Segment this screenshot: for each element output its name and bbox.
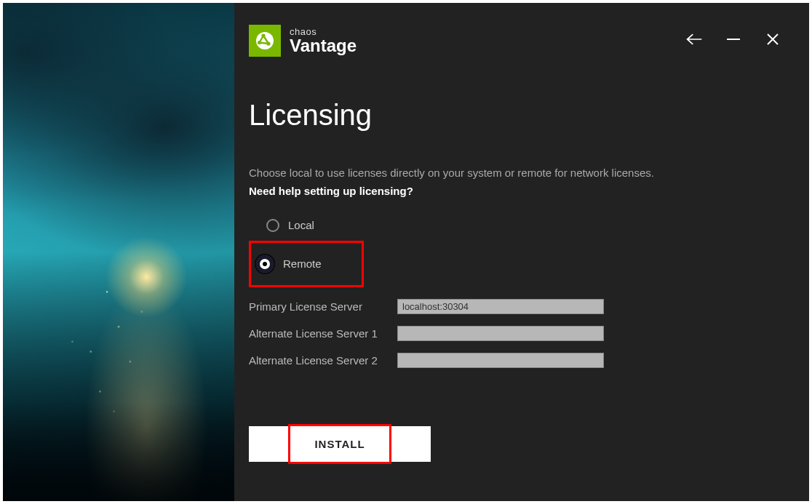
license-mode-group: Local Remote	[249, 215, 781, 287]
close-button[interactable]	[764, 31, 781, 48]
radio-remote-label: Remote	[283, 257, 322, 270]
alt1-server-row: Alternate License Server 1	[249, 326, 781, 341]
alt2-server-row: Alternate License Server 2	[249, 353, 781, 368]
window-controls	[685, 31, 781, 48]
content-panel: chaos Vantage Licensing Choose local to …	[234, 3, 809, 501]
server-fields: Primary License Server Alternate License…	[249, 299, 781, 368]
minimize-button[interactable]	[725, 31, 742, 48]
primary-server-input[interactable]	[397, 299, 604, 314]
instruction-text: Choose local to use licenses directly on…	[249, 165, 781, 182]
alt1-server-label: Alternate License Server 1	[249, 327, 387, 340]
primary-server-label: Primary License Server	[249, 300, 387, 313]
brand-name-bottom: Vantage	[290, 37, 357, 55]
install-button-wrap: INSTALL	[249, 426, 431, 462]
brand-text: chaos Vantage	[290, 27, 357, 55]
brand-mark-icon	[249, 25, 281, 57]
brand-logo: chaos Vantage	[249, 25, 357, 57]
radio-local[interactable]: Local	[262, 215, 781, 236]
decorative-image-panel	[3, 3, 234, 501]
install-button[interactable]: INSTALL	[249, 426, 431, 462]
radio-icon-selected	[255, 255, 274, 273]
radio-remote[interactable]: Remote	[249, 241, 364, 287]
alt2-server-input[interactable]	[397, 353, 604, 368]
back-button[interactable]	[685, 31, 703, 48]
installer-window: chaos Vantage Licensing Choose local to …	[3, 3, 809, 501]
help-link[interactable]: Need help setting up licensing?	[249, 185, 781, 197]
alt1-server-input[interactable]	[397, 326, 604, 341]
header-row: chaos Vantage	[249, 25, 781, 57]
primary-server-row: Primary License Server	[249, 299, 781, 314]
radio-local-label: Local	[288, 219, 314, 231]
alt2-server-label: Alternate License Server 2	[249, 354, 387, 367]
radio-icon	[266, 219, 279, 232]
page-title: Licensing	[249, 99, 781, 132]
